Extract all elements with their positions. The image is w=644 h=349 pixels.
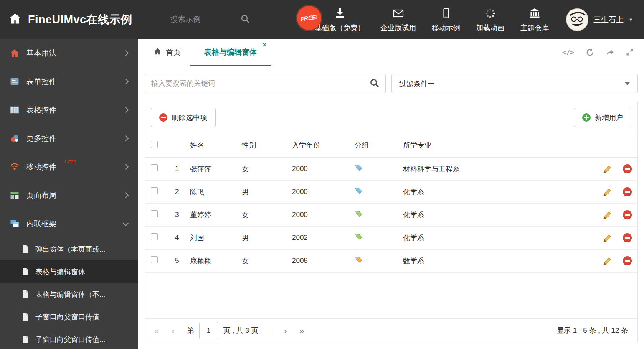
close-icon[interactable]: ✕ — [262, 42, 267, 48]
sidebar-item-iframe[interactable]: 内联框架 — [0, 209, 138, 238]
cell-name: 康颖颖 — [187, 256, 238, 266]
edit-icon[interactable] — [603, 234, 612, 242]
nav-item-basic-edition[interactable]: FREE! 基础版（免费） — [307, 7, 373, 33]
chevron-down-icon: ▼ — [629, 17, 633, 22]
sidebar-subitem-grid-edit-window-2[interactable]: 表格与编辑窗体（不... — [0, 283, 138, 306]
mobile-icon — [440, 7, 452, 19]
page-number-input[interactable] — [199, 322, 218, 339]
sidebar-item-basic-usage[interactable]: 基本用法 — [0, 39, 138, 67]
row-checkbox[interactable] — [151, 233, 158, 240]
chevron-right-icon — [124, 108, 128, 112]
header-search — [170, 14, 262, 25]
sidebar-subitem-label: 表格与编辑窗体 — [35, 267, 85, 277]
home-icon — [154, 48, 162, 57]
delete-selected-button[interactable]: 删除选中项 — [151, 108, 216, 127]
column-header-gender[interactable]: 性别 — [238, 140, 289, 150]
nav-item-theme-store[interactable]: 主题仓库 — [512, 7, 557, 33]
nav-item-label: 基础版（免费） — [315, 23, 365, 33]
search-icon[interactable] — [370, 78, 379, 89]
row-checkbox[interactable] — [151, 210, 158, 217]
tab-grid-edit-window[interactable]: 表格与编辑窗体 ✕ — [190, 39, 271, 66]
row-number: 3 — [168, 211, 187, 219]
table-header-row: 姓名 性别 入学年份 分组 所学专业 — [145, 133, 637, 158]
first-page-icon[interactable]: « — [154, 326, 159, 335]
edit-icon[interactable] — [603, 211, 612, 219]
minus-circle-icon — [159, 113, 167, 122]
major-link[interactable]: 化学系 — [403, 188, 424, 196]
user-name: 三生石上 — [593, 15, 624, 25]
row-checkbox[interactable] — [151, 187, 158, 194]
chevron-down-icon — [625, 82, 630, 85]
filter-dropdown[interactable]: 过滤条件一 — [391, 74, 638, 93]
source-code-icon[interactable]: </> — [562, 48, 574, 56]
cell-name: 张萍萍 — [187, 164, 238, 174]
sidebar-item-grid-controls[interactable]: 表格控件 — [0, 96, 138, 124]
sidebar-subitem-child-to-parent[interactable]: 子窗口向父窗口传值 — [0, 306, 138, 328]
nav-item-label: 主题仓库 — [520, 23, 549, 33]
record-summary: 显示 1 - 5 条 , 共 12 条 — [557, 326, 628, 335]
cell-year: 2008 — [289, 257, 351, 265]
layout-icon — [10, 191, 19, 200]
edit-icon[interactable] — [603, 188, 612, 196]
delete-icon[interactable] — [623, 187, 632, 196]
delete-icon[interactable] — [623, 164, 632, 173]
sidebar-subitem-grid-edit-window[interactable]: 表格与编辑窗体 — [0, 260, 138, 283]
major-link[interactable]: 数学系 — [403, 257, 424, 265]
keyword-search-box[interactable] — [145, 74, 386, 93]
file-icon — [22, 290, 29, 298]
sidebar-item-label: 基本用法 — [26, 48, 56, 58]
chevron-down-icon — [124, 222, 128, 225]
sidebar-item-mobile-controls[interactable]: 移动控件 Corp. — [0, 153, 138, 181]
edit-icon[interactable] — [603, 257, 612, 265]
delete-icon[interactable] — [623, 233, 632, 242]
plus-circle-icon — [582, 113, 591, 122]
last-page-icon[interactable]: » — [299, 326, 304, 335]
download-icon — [334, 7, 346, 19]
search-icon[interactable] — [241, 14, 250, 25]
sidebar-subitem-child-to-parent-2[interactable]: 子窗口向父窗口传值... — [0, 328, 138, 349]
user-menu[interactable]: 三生石上 ▼ — [557, 8, 644, 31]
prev-page-icon[interactable]: ‹ — [172, 326, 175, 335]
select-all-checkbox[interactable] — [151, 141, 158, 148]
column-header-group[interactable]: 分组 — [351, 140, 400, 150]
expand-icon[interactable] — [626, 48, 634, 56]
keyword-search-input[interactable] — [151, 79, 370, 88]
delete-icon[interactable] — [623, 210, 632, 219]
spinner-icon — [484, 7, 496, 19]
add-button-label: 新增用户 — [595, 113, 623, 122]
major-link[interactable]: 化学系 — [403, 234, 424, 242]
header-nav: FREE! 基础版（免费） 企业版试用 移动示例 — [307, 7, 557, 33]
refresh-icon[interactable] — [586, 48, 594, 57]
tab-home[interactable]: 首页 — [145, 39, 190, 66]
column-header-year[interactable]: 入学年份 — [289, 140, 351, 150]
sidebar-item-form-controls[interactable]: 表单控件 — [0, 67, 138, 96]
add-user-button[interactable]: 新增用户 — [574, 108, 631, 127]
row-checkbox[interactable] — [151, 256, 158, 263]
grid-panel: 删除选中项 新增用户 姓名 性别 入学年份 分组 所学专业 1 — [145, 102, 638, 342]
column-header-major[interactable]: 所学专业 — [400, 140, 597, 150]
header-search-input[interactable] — [170, 15, 221, 24]
nav-item-mobile-demo[interactable]: 移动示例 — [424, 7, 468, 33]
home-icon — [8, 13, 22, 27]
share-icon[interactable] — [606, 48, 614, 57]
next-page-icon[interactable]: › — [284, 326, 287, 335]
cell-name: 陈飞 — [187, 187, 238, 197]
page-prefix-label: 第 — [187, 326, 194, 335]
edit-icon[interactable] — [603, 165, 612, 173]
sidebar-item-more-controls[interactable]: 更多控件 — [0, 124, 138, 153]
page-suffix-label: 页 , 共 3 页 — [223, 326, 259, 335]
major-link[interactable]: 材料科学与工程系 — [403, 165, 460, 173]
row-checkbox[interactable] — [151, 164, 158, 171]
delete-icon[interactable] — [623, 256, 632, 265]
brand[interactable]: FineUIMvc在线示例 — [0, 12, 170, 27]
major-link[interactable]: 化学系 — [403, 211, 424, 219]
sidebar-subitem-popup-window[interactable]: 弹出窗体（本页面或... — [0, 238, 138, 260]
sidebar-item-label: 表单控件 — [26, 76, 56, 87]
tag-icon — [355, 256, 363, 264]
house-icon — [10, 48, 19, 58]
column-header-name[interactable]: 姓名 — [187, 140, 238, 150]
nav-item-loading-animation[interactable]: 加载动画 — [468, 7, 512, 33]
top-header: FineUIMvc在线示例 FREE! 基础版（免费） 企业版试用 移动示例 — [0, 0, 644, 39]
nav-item-enterprise-trial[interactable]: 企业版试用 — [373, 7, 424, 33]
sidebar-item-page-layout[interactable]: 页面布局 — [0, 181, 138, 209]
